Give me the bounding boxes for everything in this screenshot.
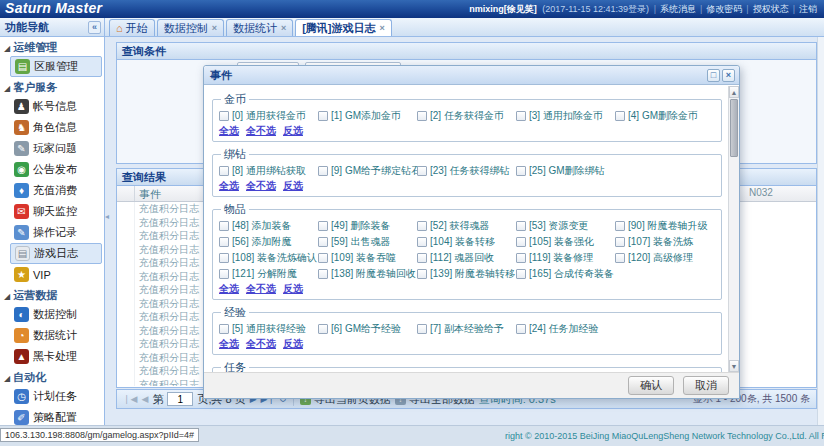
event-checkbox-item[interactable]: [2] 任务获得金币 [417,108,516,123]
sidebar-item-blackcard[interactable]: ▲黑卡处理 [0,346,104,367]
checkbox-unchecked-icon[interactable] [219,324,229,334]
event-checkbox-item[interactable]: [6] GM给予经验 [318,321,417,336]
tab-close-icon[interactable]: × [212,23,217,33]
checkbox-unchecked-icon[interactable] [219,269,229,279]
checkbox-unchecked-icon[interactable] [219,237,229,247]
sidebar-group-3[interactable]: ◢运营数据 [0,285,104,304]
checkbox-unchecked-icon[interactable] [219,166,229,176]
checkbox-unchecked-icon[interactable] [417,221,427,231]
tab-3[interactable]: 数据统计× [226,19,293,36]
event-checkbox-item[interactable]: [107] 装备洗炼 [615,234,714,249]
sidebar-group-1[interactable]: ◢运维管理 [0,37,104,56]
invert-selection-link[interactable]: 反选 [283,282,303,296]
event-checkbox-item[interactable]: [112] 魂器回收 [417,250,516,265]
event-checkbox-item[interactable]: [138] 附魔卷轴回收 [318,266,417,281]
event-checkbox-item[interactable]: [59] 出售魂器 [318,234,417,249]
event-checkbox-item[interactable]: [4] GM删除金币 [615,108,714,123]
header-link-1[interactable]: 系统消息 [660,4,696,14]
checkbox-unchecked-icon[interactable] [318,111,328,121]
event-checkbox-item[interactable]: [109] 装备吞噬 [318,250,417,265]
checkbox-unchecked-icon[interactable] [516,269,526,279]
checkbox-unchecked-icon[interactable] [219,253,229,263]
checkbox-unchecked-icon[interactable] [318,269,328,279]
checkbox-unchecked-icon[interactable] [615,111,625,121]
event-checkbox-item[interactable]: [23] 任务获得绑钻 [417,163,516,178]
checkbox-unchecked-icon[interactable] [219,111,229,121]
tab-1[interactable]: ⌂开始 [109,19,155,36]
sidebar-item-role[interactable]: ♞角色信息 [0,117,104,138]
first-page-icon[interactable]: ❘◀ [123,394,137,404]
select-all-link[interactable]: 全选 [219,179,239,193]
event-checkbox-item[interactable]: [1] GM添加金币 [318,108,417,123]
event-checkbox-item[interactable]: [119] 装备修理 [516,250,615,265]
checkbox-unchecked-icon[interactable] [417,237,427,247]
event-checkbox-item[interactable]: [3] 通用扣除金币 [516,108,615,123]
checkbox-unchecked-icon[interactable] [516,166,526,176]
event-checkbox-item[interactable]: [24] 任务加经验 [516,321,615,336]
event-checkbox-item[interactable]: [104] 装备转移 [417,234,516,249]
sidebar-item-recharge[interactable]: ♦充值消费 [0,180,104,201]
sidebar-group-2[interactable]: ◢客户服务 [0,77,104,96]
select-all-link[interactable]: 全选 [219,282,239,296]
checkbox-unchecked-icon[interactable] [318,324,328,334]
invert-selection-link[interactable]: 反选 [283,337,303,351]
sidebar-item-player-issue[interactable]: ✎玩家问题 [0,138,104,159]
main-scrollbar[interactable] [817,37,824,425]
event-checkbox-item[interactable]: [56] 添加附魔 [219,234,318,249]
checkbox-unchecked-icon[interactable] [417,166,427,176]
event-checkbox-item[interactable]: [105] 装备强化 [516,234,615,249]
sidebar-item-vip[interactable]: ★VIP [0,264,104,285]
checkbox-unchecked-icon[interactable] [516,324,526,334]
checkbox-unchecked-icon[interactable] [615,253,625,263]
checkbox-unchecked-icon[interactable] [219,221,229,231]
checkbox-unchecked-icon[interactable] [417,269,427,279]
invert-selection-link[interactable]: 反选 [283,179,303,193]
scroll-thumb[interactable] [730,99,738,157]
checkbox-unchecked-icon[interactable] [417,324,427,334]
checkbox-unchecked-icon[interactable] [615,237,625,247]
checkbox-unchecked-icon[interactable] [516,237,526,247]
checkbox-unchecked-icon[interactable] [516,253,526,263]
tab-close-icon[interactable]: × [380,23,385,33]
tab-2[interactable]: 数据控制× [157,19,224,36]
select-all-link[interactable]: 全选 [219,124,239,138]
select-all-link[interactable]: 全选 [219,337,239,351]
sidebar-item-scheduled-task[interactable]: ◷计划任务 [0,386,104,407]
event-checkbox-item[interactable]: [165] 合成传奇装备 [516,266,615,281]
event-checkbox-item[interactable]: [0] 通用获得金币 [219,108,318,123]
select-none-link[interactable]: 全不选 [246,124,276,138]
page-number-input[interactable] [167,392,193,406]
sidebar-group-4[interactable]: ◢自动化 [0,367,104,386]
sidebar-item-chat-monitor[interactable]: ✉聊天监控 [0,201,104,222]
event-checkbox-item[interactable]: [8] 通用绑钻获取 [219,163,318,178]
dialog-scrollbar[interactable]: ▲ ▼ [728,86,739,372]
sidebar-item-operation-log[interactable]: ✎操作记录 [0,222,104,243]
event-checkbox-item[interactable]: [49] 删除装备 [318,218,417,233]
checkbox-unchecked-icon[interactable] [417,253,427,263]
event-checkbox-item[interactable]: [120] 高级修理 [615,250,714,265]
prev-page-icon[interactable]: ◀ [141,394,148,404]
invert-selection-link[interactable]: 反选 [283,124,303,138]
checkbox-unchecked-icon[interactable] [516,111,526,121]
minimize-icon[interactable]: □ [707,69,720,82]
event-dialog-titlebar[interactable]: 事件 □ × [204,66,739,85]
sidebar-item-server[interactable]: ▤区服管理 [10,56,102,77]
sidebar-item-account[interactable]: ♟帐号信息 [0,96,104,117]
event-checkbox-item[interactable]: [7] 副本经验给予 [417,321,516,336]
checkbox-unchecked-icon[interactable] [318,237,328,247]
tab-4[interactable]: [腾讯]游戏日志× [295,19,392,36]
confirm-button[interactable]: 确认 [628,376,674,395]
tab-close-icon[interactable]: × [281,23,286,33]
scroll-up-icon[interactable]: ▲ [729,86,739,98]
checkbox-unchecked-icon[interactable] [318,221,328,231]
event-checkbox-item[interactable]: [108] 装备洗炼确认 [219,250,318,265]
select-none-link[interactable]: 全不选 [246,179,276,193]
sidebar-item-strategy-config[interactable]: ✐策略配置 [0,407,104,425]
event-checkbox-item[interactable]: [48] 添加装备 [219,218,318,233]
checkbox-unchecked-icon[interactable] [417,111,427,121]
event-checkbox-item[interactable]: [5] 通用获得经验 [219,321,318,336]
scroll-down-icon[interactable]: ▼ [729,360,739,372]
close-icon[interactable]: × [722,69,735,82]
header-link-4[interactable]: 注销 [799,4,817,14]
header-link-3[interactable]: 授权状态 [753,4,789,14]
